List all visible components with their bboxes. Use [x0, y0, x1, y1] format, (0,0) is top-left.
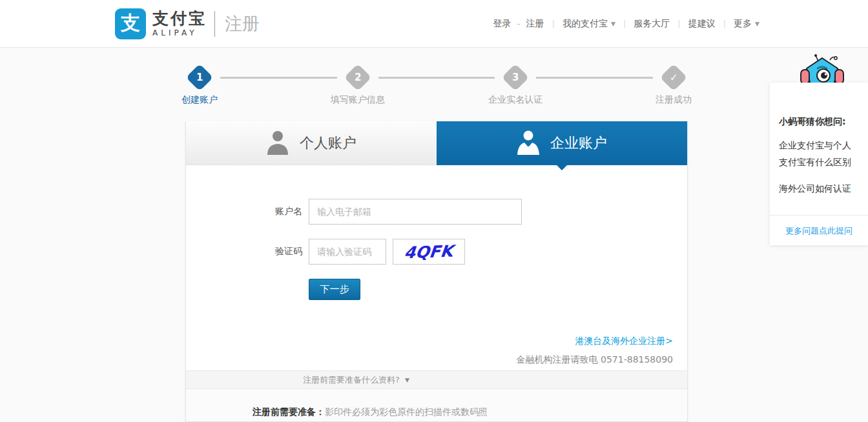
prep-note-text: 影印件必须为彩色原件的扫描件或数码照: [325, 407, 488, 417]
nav-my-alipay-label: 我的支付宝: [563, 18, 608, 28]
help-sidebar: 小蚂哥猜你想问: 企业支付宝与个人支付宝有什么区别 海外公司如何认证 更多问题点…: [770, 83, 868, 245]
captcha-row: 验证码 4QFK: [186, 239, 687, 265]
step-4-label: 注册成功: [632, 94, 716, 106]
captcha-image[interactable]: 4QFK: [393, 239, 465, 265]
nav-my-alipay[interactable]: 我的支付宝▼: [563, 18, 615, 30]
nav-separator: |: [552, 19, 555, 28]
brand-name-cn: 支付宝: [152, 10, 207, 28]
alipay-logo-icon: 支: [115, 8, 146, 39]
nav-more-label: 更多: [734, 18, 752, 28]
captcha-label: 验证码: [271, 246, 302, 257]
tab-enterprise-label: 企业账户: [550, 134, 607, 153]
nav-login[interactable]: 登录: [493, 18, 512, 30]
step-verify: 3 企业实名认证: [501, 63, 530, 92]
nav-dash: -: [517, 19, 521, 29]
nav-separator: |: [723, 19, 726, 28]
step-1-marker: 1: [186, 64, 213, 91]
progress-steps: 1 创建账户 2 填写账户信息 3 企业实名认证 ✓ 注册成功: [185, 63, 688, 92]
sidebar-question-overseas[interactable]: 海外公司如何认证: [779, 181, 859, 197]
tab-personal-account[interactable]: 个人账户: [186, 121, 437, 165]
logo-divider: [214, 11, 215, 37]
step-4-check-icon: ✓: [660, 64, 687, 91]
nav-suggestion[interactable]: 提建议: [688, 18, 716, 30]
nav-register[interactable]: 注册: [526, 18, 544, 30]
prep-toggle-label: 注册前需要准备什么资料?: [303, 375, 400, 385]
captcha-code: 4QFK: [404, 241, 454, 262]
step-fill-info: 2 填写账户信息: [344, 63, 372, 92]
finance-phone-note: 金融机构注册请致电 0571-88158090: [186, 354, 673, 366]
chevron-down-icon: ▼: [405, 372, 409, 389]
extra-links: 港澳台及海外企业注册> 金融机构注册请致电 0571-88158090: [186, 300, 687, 366]
step-3-marker: 3: [502, 64, 529, 91]
step-connector: [378, 77, 495, 79]
sidebar-more-questions-link[interactable]: 更多问题点此提问: [770, 215, 868, 245]
register-panel: 个人账户 企业账户 账户名 验证码 4QFK 下一步 港澳台及海外企业注册> 金…: [185, 121, 688, 422]
brand-text: 支付宝 ALIPAY: [152, 10, 207, 37]
step-2-label: 填写账户信息: [316, 94, 400, 106]
nav-separator: |: [623, 19, 626, 28]
overseas-register-link[interactable]: 港澳台及海外企业注册>: [575, 336, 673, 347]
top-header: 支 支付宝 ALIPAY 注册 登录 - 注册 | 我的支付宝▼ | 服务大厅 …: [0, 0, 868, 48]
account-row: 账户名: [186, 199, 687, 225]
prep-materials-section: 注册前需要准备：影印件必须为彩色原件的扫描件或数码照: [186, 389, 687, 421]
step-connector: [220, 77, 337, 79]
nav-separator: |: [677, 19, 680, 28]
chevron-down-icon: ▼: [611, 21, 615, 27]
nav-more[interactable]: 更多▼: [734, 18, 760, 30]
prep-materials-toggle[interactable]: 注册前需要准备什么资料?▼: [186, 370, 687, 389]
top-nav: 登录 - 注册 | 我的支付宝▼ | 服务大厅 | 提建议 | 更多▼: [493, 18, 760, 30]
page-title: 注册: [225, 12, 260, 35]
sidebar-title: 小蚂哥猜你想问:: [779, 83, 859, 128]
chevron-down-icon: ▼: [755, 21, 760, 27]
person-icon: [266, 130, 289, 156]
step-2-marker: 2: [344, 64, 371, 91]
next-step-button[interactable]: 下一步: [309, 279, 360, 300]
register-form: 账户名 验证码 4QFK 下一步 港澳台及海外企业注册> 金融机构注册请致电 0…: [186, 165, 687, 366]
captcha-input[interactable]: [309, 239, 386, 265]
tab-personal-label: 个人账户: [300, 134, 356, 153]
account-name-label: 账户名: [271, 206, 302, 217]
step-success: ✓ 注册成功: [659, 63, 688, 92]
tab-enterprise-account[interactable]: 企业账户: [437, 121, 687, 165]
step-create-account: 1 创建账户: [185, 63, 214, 92]
brand-name-en: ALIPAY: [152, 28, 198, 37]
account-type-tabs: 个人账户 企业账户: [186, 121, 687, 165]
business-person-icon: [517, 130, 540, 156]
step-1-label: 创建账户: [158, 94, 242, 106]
nav-service-hall[interactable]: 服务大厅: [634, 18, 670, 30]
step-3-label: 企业实名认证: [473, 94, 557, 106]
account-email-input[interactable]: [309, 199, 522, 225]
step-connector: [536, 77, 653, 79]
alipay-logo[interactable]: 支 支付宝 ALIPAY 注册: [115, 8, 260, 39]
sidebar-question-difference[interactable]: 企业支付宝与个人支付宝有什么区别: [779, 137, 859, 171]
prep-note-title: 注册前需要准备：: [253, 407, 325, 417]
